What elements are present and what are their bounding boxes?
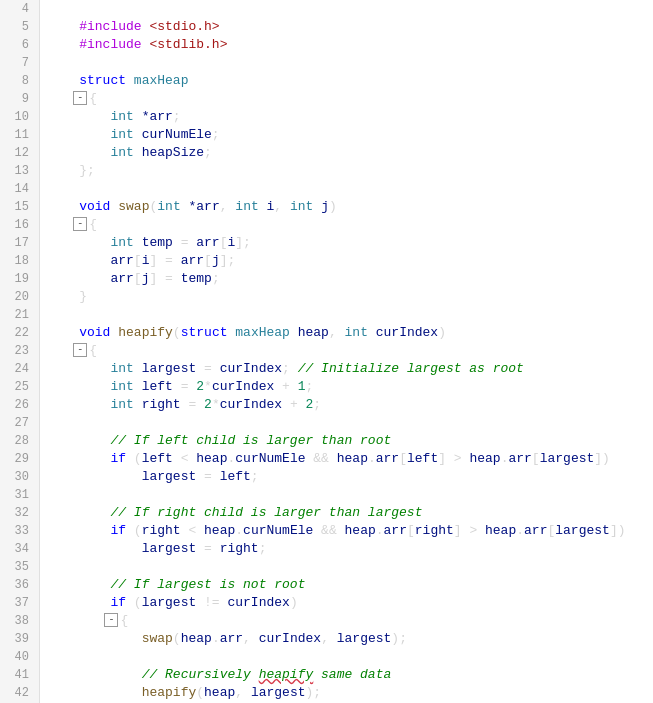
line-num-38: 38 [0, 612, 40, 630]
curindex-39: curIndex [259, 631, 321, 646]
var-left: left [142, 379, 173, 394]
type-int-26: int [110, 397, 133, 412]
heap-arr4-33: heap [485, 523, 516, 538]
line-6: 6 #include <stdlib.h> [0, 36, 653, 54]
line-num-35: 35 [0, 558, 40, 576]
line-content-31 [40, 486, 653, 504]
line-12: 12 int heapSize; [0, 144, 653, 162]
line-content-15: void swap(int *arr, int i, int j) [40, 198, 653, 216]
line-18: 18 arr[i] = arr[j]; [0, 252, 653, 270]
line-22: 22 void heapify(struct maxHeap heap, int… [0, 324, 653, 342]
type-int-17: int [110, 235, 133, 250]
line-num-26: 26 [0, 396, 40, 414]
largest-42: largest [251, 685, 306, 700]
comment-41: // Recursively heapify same data [142, 667, 392, 682]
line-content-9: -{ [40, 90, 653, 108]
line-num-11: 11 [0, 126, 40, 144]
struct-name: maxHeap [134, 73, 189, 88]
heap-arr2-29: heap [469, 451, 500, 466]
type-int-10: int [110, 109, 133, 124]
line-num-41: 41 [0, 666, 40, 684]
fold-icon-9[interactable]: - [73, 91, 87, 105]
line-14: 14 [0, 180, 653, 198]
line-31: 31 [0, 486, 653, 504]
line-content-17: int temp = arr[i]; [40, 234, 653, 252]
right2-33: right [415, 523, 454, 538]
fold-icon-23[interactable]: - [73, 343, 87, 357]
func-swap: swap [118, 199, 149, 214]
line-num-37: 37 [0, 594, 40, 612]
line-num-28: 28 [0, 432, 40, 450]
line-content-30: largest = left; [40, 468, 653, 486]
line-num-22: 22 [0, 324, 40, 342]
line-num-4: 4 [0, 0, 40, 18]
line-num-30: 30 [0, 468, 40, 486]
line-7: 7 [0, 54, 653, 72]
line-4: 4 [0, 0, 653, 18]
line-content-42: heapify(heap, largest); [40, 684, 653, 702]
keyword-include: #include [79, 19, 141, 34]
line-content-6: #include <stdlib.h> [40, 36, 653, 54]
line-content-11: int curNumEle; [40, 126, 653, 144]
type-int-24: int [110, 361, 133, 376]
line-40: 40 [0, 648, 653, 666]
line-content-21 [40, 306, 653, 324]
largest-assign-34: largest [142, 541, 197, 556]
line-num-21: 21 [0, 306, 40, 324]
line-content-36: // If largest is not root [40, 576, 653, 594]
line-content-33: if (right < heap.curNumEle && heap.arr[r… [40, 522, 653, 540]
line-37: 37 if (largest != curIndex) [0, 594, 653, 612]
line-content-7 [40, 54, 653, 72]
line-num-8: 8 [0, 72, 40, 90]
fold-icon-38[interactable]: - [104, 613, 118, 627]
line-8: 8 struct maxHeap [0, 72, 653, 90]
line-num-13: 13 [0, 162, 40, 180]
fold-icon-16[interactable]: - [73, 217, 87, 231]
type-int-j: int [290, 199, 313, 214]
line-num-7: 7 [0, 54, 40, 72]
param-arr: *arr [189, 199, 220, 214]
var-arr-i: arr [196, 235, 219, 250]
line-33: 33 if (right < heap.curNumEle && heap.ar… [0, 522, 653, 540]
kw-struct: struct [79, 73, 126, 88]
type-int-25: int [110, 379, 133, 394]
var-largest: largest [142, 361, 197, 376]
var-temp2: temp [181, 271, 212, 286]
comment-36: // If largest is not root [110, 577, 305, 592]
idx-j: j [212, 253, 220, 268]
line-num-39: 39 [0, 630, 40, 648]
line-num-18: 18 [0, 252, 40, 270]
num-2b-26: 2 [306, 397, 314, 412]
line-num-16: 16 [0, 216, 40, 234]
line-content-38: -{ [40, 612, 653, 630]
param-i: i [267, 199, 275, 214]
line-content-25: int left = 2*curIndex + 1; [40, 378, 653, 396]
line-num-17: 17 [0, 234, 40, 252]
line-content-14 [40, 180, 653, 198]
line-num-15: 15 [0, 198, 40, 216]
line-num-12: 12 [0, 144, 40, 162]
type-int-ci: int [345, 325, 368, 340]
struct-maxheap2: maxHeap [235, 325, 290, 340]
line-num-27: 27 [0, 414, 40, 432]
line-28: 28 // If left child is larger than root [0, 432, 653, 450]
line-content-10: int *arr; [40, 108, 653, 126]
line-25: 25 int left = 2*curIndex + 1; [0, 378, 653, 396]
func-heapify-42: heapify [142, 685, 197, 700]
line-num-31: 31 [0, 486, 40, 504]
largest-29: largest [540, 451, 595, 466]
line-num-25: 25 [0, 378, 40, 396]
line-36: 36 // If largest is not root [0, 576, 653, 594]
kw-void-heapify: void [79, 325, 110, 340]
line-content-13: }; [40, 162, 653, 180]
num-2-25: 2 [196, 379, 204, 394]
line-content-35 [40, 558, 653, 576]
line-27: 27 [0, 414, 653, 432]
arr-j: arr [181, 253, 204, 268]
type-int-p: int [157, 199, 180, 214]
idx-i2: i [142, 253, 150, 268]
func-swap-39: swap [142, 631, 173, 646]
line-17: 17 int temp = arr[i]; [0, 234, 653, 252]
line-10: 10 int *arr; [0, 108, 653, 126]
heap-arr-29: heap [337, 451, 368, 466]
